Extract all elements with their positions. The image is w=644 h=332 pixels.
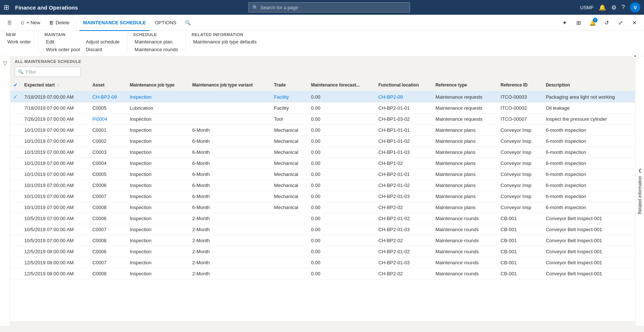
- search-input[interactable]: [260, 5, 406, 10]
- col-reference-type[interactable]: Reference type: [433, 79, 498, 91]
- table-row[interactable]: 12/5/2019 08:00:00 AMC0006Inspection2-Mo…: [10, 246, 635, 257]
- table-row[interactable]: 10/1/2019 07:00:00 AMC0004Inspection6-Mo…: [10, 158, 635, 169]
- settings-icon[interactable]: ⚙: [611, 4, 616, 11]
- horizontal-scrollbar[interactable]: [10, 321, 635, 326]
- table-row[interactable]: 10/5/2019 07:00:00 AMC0007Inspection2-Mo…: [10, 224, 635, 235]
- col-maintenance-job-type[interactable]: Maintenance job type: [127, 79, 189, 91]
- row-checkbox[interactable]: ✓: [10, 91, 21, 103]
- chevron-up-icon: ▲: [634, 54, 637, 57]
- row-checkbox[interactable]: [10, 268, 21, 279]
- check-all-icon[interactable]: ✓: [13, 82, 18, 88]
- filter-icon[interactable]: ▽: [3, 60, 7, 67]
- col-asset[interactable]: Asset: [89, 79, 127, 91]
- help-icon[interactable]: ?: [622, 4, 625, 11]
- cell-maintenance-job-type: Inspection: [127, 213, 189, 224]
- row-checkbox[interactable]: [10, 224, 21, 235]
- col-reference-id[interactable]: Reference ID: [498, 79, 543, 91]
- cell-variant: 2-Month: [189, 246, 271, 257]
- table-row[interactable]: 10/1/2019 07:00:00 AMC0001Inspection6-Mo…: [10, 125, 635, 136]
- filter-input[interactable]: [26, 69, 78, 75]
- table-row[interactable]: 10/1/2019 07:00:00 AMC0005Inspection6-Mo…: [10, 169, 635, 180]
- row-checkbox[interactable]: [10, 136, 21, 147]
- cell-functional-location: CH-BP2-01-03: [376, 191, 433, 202]
- cell-reference-type: Maintenance plans: [433, 202, 498, 213]
- table-row[interactable]: 12/5/2019 08:00:00 AMC0008Inspection2-Mo…: [10, 268, 635, 279]
- row-checkbox[interactable]: [10, 125, 21, 136]
- ribbon-item-edit[interactable]: Edit: [45, 38, 81, 45]
- new-button[interactable]: 🗋 + New: [17, 17, 44, 29]
- col-trade[interactable]: Trade: [271, 79, 308, 91]
- table-row[interactable]: 10/1/2019 07:00:00 AMC0002Inspection6-Mo…: [10, 136, 635, 147]
- cell-reference-type: Maintenance plans: [433, 169, 498, 180]
- ribbon-item-discard[interactable]: Discard: [84, 46, 121, 53]
- ribbon-item-work-order-pool[interactable]: Work order pool: [45, 46, 81, 53]
- cell-reference-id: ITCO-00003: [498, 91, 543, 103]
- row-checkbox[interactable]: [10, 169, 21, 180]
- row-checkbox[interactable]: [10, 114, 21, 125]
- cell-forecast: 0.00: [308, 91, 376, 103]
- row-checkbox[interactable]: [10, 257, 21, 268]
- col-functional-location[interactable]: Functional location: [376, 79, 433, 91]
- favorites-icon[interactable]: ✦: [559, 17, 570, 29]
- cell-functional-location[interactable]: CH-BP2-09: [376, 91, 433, 103]
- ribbon-item-adjust-schedule[interactable]: Adjust schedule: [84, 38, 121, 45]
- table-row[interactable]: ✓7/18/2019 07:00:00 AMCH-BP2-09Inspectio…: [10, 91, 635, 103]
- table-row[interactable]: 10/1/2019 07:00:00 AMC0008Inspection6-Mo…: [10, 202, 635, 213]
- row-checkbox[interactable]: [10, 191, 21, 202]
- cell-expected-start: 10/1/2019 07:00:00 AM: [21, 202, 89, 213]
- ribbon-item-maintenance-plan[interactable]: Maintenance plan: [133, 38, 179, 45]
- table-row[interactable]: 10/5/2019 07:00:00 AMC0008Inspection2-Mo…: [10, 235, 635, 246]
- expand-icon[interactable]: ⤢: [615, 17, 626, 29]
- cell-description: Inspect the pressure cylinder: [543, 114, 635, 125]
- delete-button[interactable]: 🗑 Delete: [45, 17, 73, 29]
- row-checkbox[interactable]: [10, 213, 21, 224]
- tab-maintenance-schedule[interactable]: MAINTENANCE SCHEDULE: [79, 15, 150, 31]
- tab-options[interactable]: OPTIONS: [151, 17, 180, 29]
- ribbon-collapse-button[interactable]: ▲: [632, 53, 638, 59]
- col-description[interactable]: Description: [543, 79, 635, 91]
- table-row[interactable]: 12/5/2019 08:00:00 AMC0007Inspection2-Mo…: [10, 257, 635, 268]
- notifications-icon[interactable]: 🔔: [599, 4, 606, 11]
- close-icon[interactable]: ✕: [629, 17, 640, 29]
- table-row[interactable]: 10/1/2019 07:00:00 AMC0007Inspection6-Mo…: [10, 191, 635, 202]
- cell-maintenance-job-type[interactable]: Inspection: [127, 91, 189, 103]
- cell-forecast: 0.00: [308, 125, 376, 136]
- cell-maintenance-job-type: Inspection: [127, 136, 189, 147]
- cell-trade[interactable]: Facility: [271, 91, 308, 103]
- row-checkbox[interactable]: [10, 235, 21, 246]
- table-row[interactable]: 10/1/2019 07:00:00 AMC0003Inspection6-Mo…: [10, 147, 635, 158]
- cell-asset[interactable]: CH-BP2-09: [89, 91, 127, 103]
- table-row[interactable]: 10/1/2019 07:00:00 AMC0006Inspection6-Mo…: [10, 180, 635, 191]
- cell-expected-start: 12/5/2019 08:00:00 AM: [21, 268, 89, 279]
- row-checkbox[interactable]: [10, 147, 21, 158]
- ribbon-item-maintenance-rounds[interactable]: Maintenance rounds: [133, 46, 179, 53]
- user-avatar[interactable]: V: [630, 2, 640, 13]
- row-checkbox[interactable]: [10, 202, 21, 213]
- ribbon-group-maintain-items: Edit Work order pool Adjust schedule Dis…: [45, 38, 121, 53]
- ribbon-item-maintenance-job-defaults[interactable]: Maintenance job type defaults: [192, 38, 258, 45]
- app-grid-icon[interactable]: ⊞: [4, 3, 9, 11]
- cell-functional-location: CH-BP2-01-02: [376, 246, 433, 257]
- row-checkbox[interactable]: [10, 246, 21, 257]
- cell-maintenance-job-type: Inspection: [127, 114, 189, 125]
- table-row[interactable]: 7/26/2019 07:00:00 AMPi0004InspectionToo…: [10, 114, 635, 125]
- cell-asset[interactable]: Pi0004: [89, 114, 127, 125]
- office-icon[interactable]: ⊞: [573, 17, 584, 29]
- hamburger-button[interactable]: ☰: [4, 17, 15, 29]
- col-maintenance-forecast[interactable]: Maintenance forecast...: [308, 79, 376, 91]
- ribbon-item-work-order[interactable]: Work order: [6, 38, 32, 45]
- col-expected-start[interactable]: Expected start ↑: [21, 79, 89, 91]
- row-checkbox[interactable]: [10, 103, 21, 114]
- command-search-button[interactable]: 🔍: [181, 17, 195, 29]
- cell-forecast: 0.00: [308, 202, 376, 213]
- refresh-icon[interactable]: ↺: [601, 17, 612, 29]
- right-panel-arrow[interactable]: ❮: [638, 168, 642, 173]
- col-maintenance-job-type-variant[interactable]: Maintenance job type variant: [189, 79, 271, 91]
- row-checkbox[interactable]: [10, 180, 21, 191]
- app-title: Finance and Operations: [15, 4, 78, 11]
- table-row[interactable]: 7/18/2019 07:00:00 AMC0005LubricationFac…: [10, 103, 635, 114]
- right-panel-label[interactable]: Related information: [637, 176, 643, 214]
- notification-badge-icon[interactable]: 🔔 0: [587, 17, 598, 29]
- table-row[interactable]: 10/5/2019 07:00:00 AMC0006Inspection2-Mo…: [10, 213, 635, 224]
- row-checkbox[interactable]: [10, 158, 21, 169]
